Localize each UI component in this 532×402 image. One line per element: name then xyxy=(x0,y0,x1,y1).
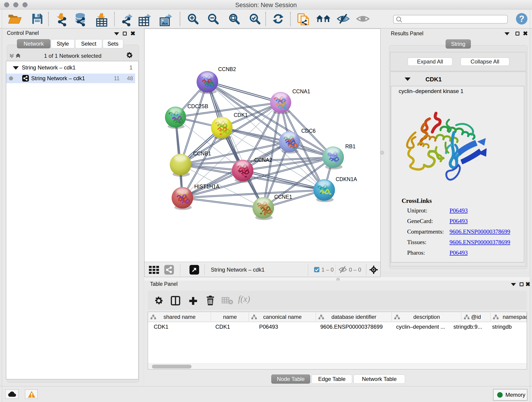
svg-text:CDC6: CDC6 xyxy=(301,128,316,134)
svg-text:CCNA2: CCNA2 xyxy=(254,157,272,163)
svg-text:CDKN1A: CDKN1A xyxy=(336,176,357,182)
svg-text:CCNA1: CCNA1 xyxy=(292,89,310,95)
svg-text:?: ? xyxy=(519,14,524,24)
svg-text:CDC25B: CDC25B xyxy=(187,103,208,109)
svg-text:CCNE1: CCNE1 xyxy=(274,194,292,200)
svg-text:CDK1: CDK1 xyxy=(234,112,248,118)
svg-text:CCNB2: CCNB2 xyxy=(218,66,236,72)
svg-text:CCNB1: CCNB1 xyxy=(193,151,211,157)
svg-text:RB1: RB1 xyxy=(345,143,355,149)
svg-text:HIST1H1A: HIST1H1A xyxy=(194,184,220,190)
